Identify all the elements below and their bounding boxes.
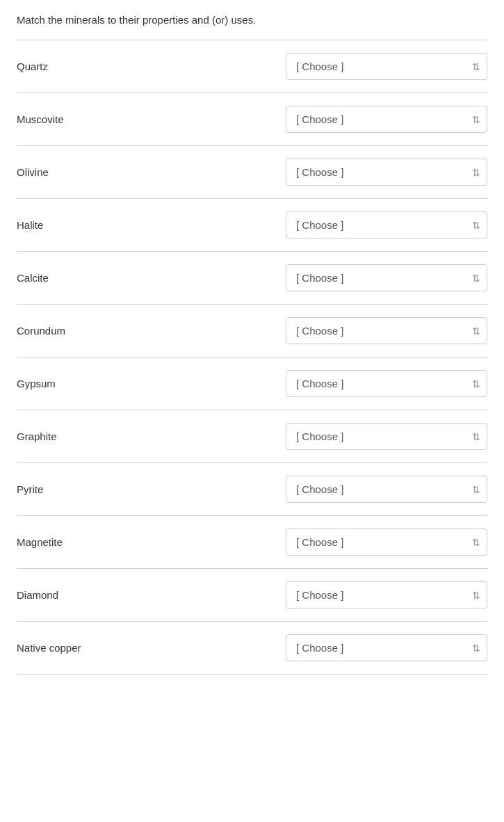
select-wrapper-graphite: [ Choose ]⇅ [286,423,487,450]
select-container-olivine: [ Choose ]⇅ [286,159,487,186]
table-row: Muscovite[ Choose ]⇅ [17,93,487,146]
select-container-halite: [ Choose ]⇅ [286,211,487,239]
select-halite[interactable]: [ Choose ] [286,211,487,239]
select-container-graphite: [ Choose ]⇅ [286,423,487,450]
select-olivine[interactable]: [ Choose ] [286,159,487,186]
instructions-text: Match the minerals to their properties a… [17,14,487,26]
table-row: Diamond[ Choose ]⇅ [17,569,487,622]
select-wrapper-halite: [ Choose ]⇅ [286,211,487,239]
select-wrapper-gypsum: [ Choose ]⇅ [286,370,487,397]
mineral-label-muscovite: Muscovite [17,113,211,125]
mineral-label-quartz: Quartz [17,61,211,72]
select-calcite[interactable]: [ Choose ] [286,264,487,291]
mineral-label-graphite: Graphite [17,430,211,442]
select-container-quartz: [ Choose ]⇅ [286,53,487,80]
select-container-gypsum: [ Choose ]⇅ [286,370,487,397]
mineral-label-halite: Halite [17,219,211,231]
select-container-pyrite: [ Choose ]⇅ [286,476,487,503]
select-wrapper-calcite: [ Choose ]⇅ [286,264,487,291]
table-row: Graphite[ Choose ]⇅ [17,410,487,463]
table-row: Halite[ Choose ]⇅ [17,199,487,252]
table-row: Corundum[ Choose ]⇅ [17,305,487,357]
select-wrapper-quartz: [ Choose ]⇅ [286,53,487,80]
select-container-corundum: [ Choose ]⇅ [286,317,487,344]
mineral-label-gypsum: Gypsum [17,378,211,389]
select-wrapper-magnetite: [ Choose ]⇅ [286,529,487,556]
main-container: Match the minerals to their properties a… [0,0,504,688]
mineral-label-diamond: Diamond [17,589,211,601]
mineral-label-native-copper: Native copper [17,642,211,654]
mineral-label-corundum: Corundum [17,325,211,337]
select-muscovite[interactable]: [ Choose ] [286,106,487,133]
select-native-copper[interactable]: [ Choose ] [286,634,487,661]
select-wrapper-diamond: [ Choose ]⇅ [286,581,487,609]
select-wrapper-olivine: [ Choose ]⇅ [286,159,487,186]
mineral-label-olivine: Olivine [17,166,211,178]
select-gypsum[interactable]: [ Choose ] [286,370,487,397]
select-pyrite[interactable]: [ Choose ] [286,476,487,503]
select-container-magnetite: [ Choose ]⇅ [286,529,487,556]
table-row: Native copper[ Choose ]⇅ [17,622,487,675]
table-row: Quartz[ Choose ]⇅ [17,40,487,93]
select-wrapper-pyrite: [ Choose ]⇅ [286,476,487,503]
select-wrapper-native-copper: [ Choose ]⇅ [286,634,487,661]
select-container-native-copper: [ Choose ]⇅ [286,634,487,661]
table-row: Olivine[ Choose ]⇅ [17,146,487,199]
table-row: Gypsum[ Choose ]⇅ [17,357,487,410]
select-wrapper-muscovite: [ Choose ]⇅ [286,106,487,133]
table-row: Calcite[ Choose ]⇅ [17,252,487,305]
match-rows-container: Quartz[ Choose ]⇅Muscovite[ Choose ]⇅Oli… [17,40,487,675]
select-magnetite[interactable]: [ Choose ] [286,529,487,556]
mineral-label-pyrite: Pyrite [17,483,211,495]
mineral-label-calcite: Calcite [17,272,211,284]
select-container-calcite: [ Choose ]⇅ [286,264,487,291]
mineral-label-magnetite: Magnetite [17,536,211,548]
select-container-muscovite: [ Choose ]⇅ [286,106,487,133]
select-graphite[interactable]: [ Choose ] [286,423,487,450]
select-corundum[interactable]: [ Choose ] [286,317,487,344]
select-diamond[interactable]: [ Choose ] [286,581,487,609]
table-row: Pyrite[ Choose ]⇅ [17,463,487,516]
table-row: Magnetite[ Choose ]⇅ [17,516,487,569]
select-quartz[interactable]: [ Choose ] [286,53,487,80]
select-container-diamond: [ Choose ]⇅ [286,581,487,609]
select-wrapper-corundum: [ Choose ]⇅ [286,317,487,344]
